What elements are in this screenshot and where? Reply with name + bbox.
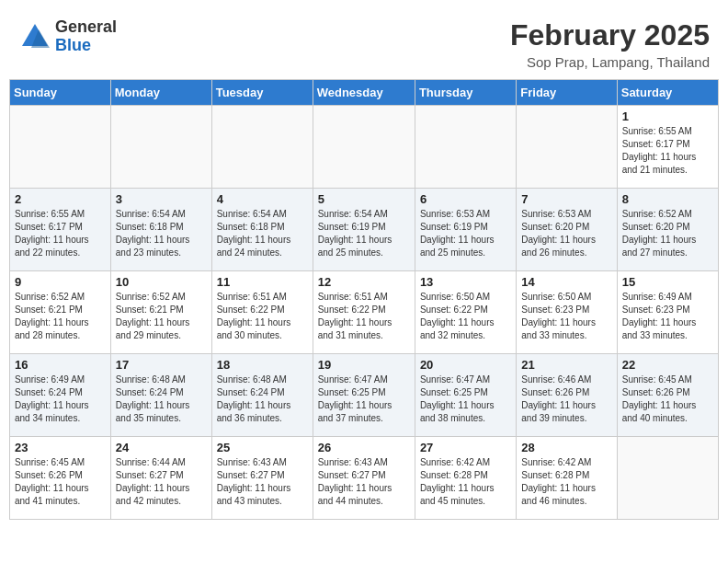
- calendar-cell: 14Sunrise: 6:50 AM Sunset: 6:23 PM Dayli…: [517, 271, 617, 354]
- day-number: 14: [521, 275, 611, 289]
- day-info: Sunrise: 6:51 AM Sunset: 6:22 PM Dayligh…: [318, 291, 410, 342]
- calendar-cell: [110, 106, 211, 189]
- day-number: 12: [318, 275, 410, 289]
- day-info: Sunrise: 6:52 AM Sunset: 6:21 PM Dayligh…: [15, 291, 106, 342]
- day-number: 17: [116, 358, 207, 372]
- month-title: February 2025: [510, 18, 710, 52]
- day-info: Sunrise: 6:45 AM Sunset: 6:26 PM Dayligh…: [622, 373, 713, 425]
- calendar-cell: 5Sunrise: 6:54 AM Sunset: 6:19 PM Daylig…: [313, 189, 415, 271]
- day-number: 3: [116, 192, 207, 206]
- day-info: Sunrise: 6:47 AM Sunset: 6:25 PM Dayligh…: [420, 373, 511, 425]
- calendar-cell: 4Sunrise: 6:54 AM Sunset: 6:18 PM Daylig…: [211, 189, 313, 271]
- calendar-week-1: 1Sunrise: 6:55 AM Sunset: 6:17 PM Daylig…: [10, 106, 719, 189]
- logo-text: General Blue: [55, 18, 117, 55]
- header-saturday: Saturday: [617, 80, 718, 106]
- day-number: 5: [318, 192, 410, 206]
- title-block: February 2025 Sop Prap, Lampang, Thailan…: [510, 18, 710, 70]
- calendar-cell: 20Sunrise: 6:47 AM Sunset: 6:25 PM Dayli…: [415, 354, 516, 437]
- day-number: 10: [116, 275, 207, 289]
- day-info: Sunrise: 6:42 AM Sunset: 6:28 PM Dayligh…: [521, 456, 611, 508]
- calendar-cell: 15Sunrise: 6:49 AM Sunset: 6:23 PM Dayli…: [617, 271, 718, 354]
- day-info: Sunrise: 6:52 AM Sunset: 6:21 PM Dayligh…: [116, 291, 207, 342]
- day-number: 22: [622, 358, 713, 372]
- day-number: 27: [420, 441, 511, 454]
- day-number: 18: [217, 358, 308, 372]
- calendar-cell: 22Sunrise: 6:45 AM Sunset: 6:26 PM Dayli…: [617, 354, 718, 437]
- calendar-cell: 24Sunrise: 6:44 AM Sunset: 6:27 PM Dayli…: [110, 437, 211, 520]
- day-number: 2: [15, 192, 106, 206]
- day-info: Sunrise: 6:54 AM Sunset: 6:19 PM Dayligh…: [318, 208, 410, 259]
- day-number: 11: [217, 275, 308, 289]
- location: Sop Prap, Lampang, Thailand: [510, 54, 710, 70]
- day-info: Sunrise: 6:46 AM Sunset: 6:26 PM Dayligh…: [521, 373, 611, 425]
- calendar-cell: 10Sunrise: 6:52 AM Sunset: 6:21 PM Dayli…: [110, 271, 211, 354]
- day-number: 23: [15, 441, 106, 454]
- header-thursday: Thursday: [415, 80, 516, 106]
- calendar-week-2: 2Sunrise: 6:55 AM Sunset: 6:17 PM Daylig…: [10, 189, 719, 271]
- calendar-cell: 26Sunrise: 6:43 AM Sunset: 6:27 PM Dayli…: [313, 437, 415, 520]
- calendar-cell: [211, 106, 313, 189]
- calendar-cell: [313, 106, 415, 189]
- day-number: 9: [15, 275, 106, 289]
- calendar-cell: [517, 106, 617, 189]
- day-info: Sunrise: 6:48 AM Sunset: 6:24 PM Dayligh…: [116, 373, 207, 425]
- day-number: 7: [521, 192, 611, 206]
- calendar-cell: 28Sunrise: 6:42 AM Sunset: 6:28 PM Dayli…: [517, 437, 617, 520]
- calendar-cell: 17Sunrise: 6:48 AM Sunset: 6:24 PM Dayli…: [110, 354, 211, 437]
- day-number: 24: [116, 441, 207, 454]
- logo-general: General: [55, 18, 117, 37]
- day-info: Sunrise: 6:44 AM Sunset: 6:27 PM Dayligh…: [116, 456, 207, 508]
- day-info: Sunrise: 6:43 AM Sunset: 6:27 PM Dayligh…: [217, 456, 308, 508]
- day-info: Sunrise: 6:55 AM Sunset: 6:17 PM Dayligh…: [622, 125, 713, 177]
- header-wednesday: Wednesday: [313, 80, 415, 106]
- calendar-week-4: 16Sunrise: 6:49 AM Sunset: 6:24 PM Dayli…: [10, 354, 719, 437]
- day-number: 6: [420, 192, 511, 206]
- day-number: 19: [318, 358, 410, 372]
- day-info: Sunrise: 6:50 AM Sunset: 6:23 PM Dayligh…: [521, 291, 611, 342]
- day-number: 16: [15, 358, 106, 372]
- day-info: Sunrise: 6:50 AM Sunset: 6:22 PM Dayligh…: [420, 291, 511, 342]
- day-info: Sunrise: 6:48 AM Sunset: 6:24 PM Dayligh…: [217, 373, 308, 425]
- header-sunday: Sunday: [10, 80, 111, 106]
- day-number: 13: [420, 275, 511, 289]
- calendar-cell: 6Sunrise: 6:53 AM Sunset: 6:19 PM Daylig…: [415, 189, 516, 271]
- logo-icon: [18, 20, 51, 53]
- day-info: Sunrise: 6:43 AM Sunset: 6:27 PM Dayligh…: [318, 456, 410, 508]
- day-number: 15: [622, 275, 713, 289]
- day-number: 26: [318, 441, 410, 454]
- header-tuesday: Tuesday: [211, 80, 313, 106]
- calendar-cell: 18Sunrise: 6:48 AM Sunset: 6:24 PM Dayli…: [211, 354, 313, 437]
- calendar-cell: [617, 437, 718, 520]
- day-number: 28: [521, 441, 611, 454]
- calendar-cell: 8Sunrise: 6:52 AM Sunset: 6:20 PM Daylig…: [617, 189, 718, 271]
- day-number: 20: [420, 358, 511, 372]
- calendar-cell: [415, 106, 516, 189]
- calendar-table: SundayMondayTuesdayWednesdayThursdayFrid…: [9, 79, 719, 520]
- calendar-cell: [10, 106, 111, 189]
- calendar-cell: 7Sunrise: 6:53 AM Sunset: 6:20 PM Daylig…: [517, 189, 617, 271]
- calendar-cell: 12Sunrise: 6:51 AM Sunset: 6:22 PM Dayli…: [313, 271, 415, 354]
- calendar-cell: 9Sunrise: 6:52 AM Sunset: 6:21 PM Daylig…: [10, 271, 111, 354]
- calendar-cell: 23Sunrise: 6:45 AM Sunset: 6:26 PM Dayli…: [10, 437, 111, 520]
- day-info: Sunrise: 6:49 AM Sunset: 6:24 PM Dayligh…: [15, 373, 106, 425]
- day-number: 4: [217, 192, 308, 206]
- calendar-cell: 2Sunrise: 6:55 AM Sunset: 6:17 PM Daylig…: [10, 189, 111, 271]
- page-header: General Blue February 2025 Sop Prap, Lam…: [9, 9, 719, 75]
- calendar-cell: 11Sunrise: 6:51 AM Sunset: 6:22 PM Dayli…: [211, 271, 313, 354]
- day-info: Sunrise: 6:45 AM Sunset: 6:26 PM Dayligh…: [15, 456, 106, 508]
- day-info: Sunrise: 6:55 AM Sunset: 6:17 PM Dayligh…: [15, 208, 106, 259]
- calendar-cell: 16Sunrise: 6:49 AM Sunset: 6:24 PM Dayli…: [10, 354, 111, 437]
- day-number: 21: [521, 358, 611, 372]
- day-number: 1: [622, 109, 713, 123]
- day-info: Sunrise: 6:42 AM Sunset: 6:28 PM Dayligh…: [420, 456, 511, 508]
- day-number: 8: [622, 192, 713, 206]
- calendar-header-row: SundayMondayTuesdayWednesdayThursdayFrid…: [10, 80, 719, 106]
- header-friday: Friday: [517, 80, 617, 106]
- calendar-week-5: 23Sunrise: 6:45 AM Sunset: 6:26 PM Dayli…: [10, 437, 719, 520]
- calendar-cell: 25Sunrise: 6:43 AM Sunset: 6:27 PM Dayli…: [211, 437, 313, 520]
- day-number: 25: [217, 441, 308, 454]
- calendar-week-3: 9Sunrise: 6:52 AM Sunset: 6:21 PM Daylig…: [10, 271, 719, 354]
- day-info: Sunrise: 6:54 AM Sunset: 6:18 PM Dayligh…: [116, 208, 207, 259]
- header-monday: Monday: [110, 80, 211, 106]
- calendar-cell: 1Sunrise: 6:55 AM Sunset: 6:17 PM Daylig…: [617, 106, 718, 189]
